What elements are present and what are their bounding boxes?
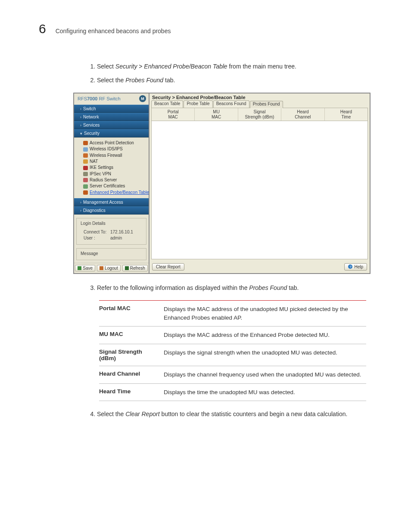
user-value: admin (110, 236, 122, 240)
tab-beacons-found[interactable]: Beacons Found (213, 100, 249, 108)
col-signal-strength[interactable]: SignalStrength (dBm) (238, 108, 281, 121)
tree-server-certificates[interactable]: Server Certificates (79, 183, 147, 189)
def-val: Displays the MAC address of the Enhanced… (164, 327, 366, 344)
table-row: Heard TimeDisplays the time the unadopte… (99, 383, 366, 401)
sidebar-item-network[interactable]: Network (74, 113, 149, 121)
tree-icon (83, 159, 88, 164)
refresh-button[interactable]: Refresh (122, 265, 148, 271)
def-key: Signal Strength (dBm) (99, 344, 164, 366)
def-val: Displays the time the unadopted MU was d… (164, 383, 366, 401)
main-panel: Security > Enhanced Probe/Beacon Table B… (149, 93, 370, 273)
def-key: Portal MAC (99, 301, 164, 327)
sidebar-item-diagnostics[interactable]: Diagnostics (74, 206, 149, 215)
tree-wireless-ids-ips[interactable]: Wireless IDS/IPS (79, 146, 147, 152)
user-label: User : (84, 236, 108, 240)
tree-icon (83, 184, 88, 189)
breadcrumb: Security > Enhanced Probe/Beacon Table (149, 93, 370, 100)
sidebar-item-security[interactable]: Security (74, 129, 149, 137)
tree-radius-server[interactable]: Radius Server (79, 177, 147, 183)
table-row: Signal Strength (dBm)Displays the signal… (99, 344, 366, 366)
motorola-logo-icon: M (139, 95, 146, 102)
tree-access-point-detection[interactable]: Access Point Detection (79, 140, 147, 146)
col-heard-channel[interactable]: HeardChannel (281, 108, 324, 121)
sidebar-item-services[interactable]: Services (74, 121, 149, 129)
col-heard-time[interactable]: HeardTime (325, 108, 367, 121)
tree-icon (83, 172, 88, 176)
tree-ipsec-vpn[interactable]: IPSec VPN (79, 171, 147, 177)
login-details-panel: Login Details Connect To:172.16.10.1 Use… (76, 218, 146, 245)
def-key: Heard Channel (99, 366, 164, 383)
tree-enhanced-probe-beacon[interactable]: Enhanced Probe/Beacon Table (79, 189, 147, 195)
tree-icon (83, 153, 88, 158)
grid-body-empty (152, 121, 367, 258)
login-legend: Login Details (79, 221, 107, 226)
connect-to-label: Connect To: (84, 230, 108, 234)
message-panel: Message (76, 248, 146, 260)
steps-list-b: Refer to the following information as di… (97, 283, 377, 293)
clear-report-button[interactable]: Clear Report (152, 263, 184, 271)
app-screenshot: RFS7000 RF Switch M Switch Network Servi… (73, 93, 371, 274)
def-val: Displays the MAC address of the unadopte… (164, 301, 366, 327)
tree-icon (83, 190, 88, 195)
definitions-table: Portal MACDisplays the MAC address of th… (99, 300, 366, 401)
logout-button[interactable]: Logout (97, 265, 121, 271)
help-button[interactable]: ? Help (344, 263, 367, 271)
tab-bar: Beacon Table Probe Table Beacons Found P… (149, 100, 370, 108)
product-name: RFS7000 RF Switch (78, 96, 121, 101)
main-bottom-bar: Clear Report ? Help (149, 261, 370, 273)
chapter-number: 6 (39, 22, 46, 36)
step-3: Refer to the following information as di… (97, 283, 377, 293)
save-icon (78, 266, 81, 270)
tree-wireless-firewall[interactable]: Wireless Firewall (79, 152, 147, 158)
col-mu-mac[interactable]: MUMAC (195, 108, 238, 121)
table-row: MU MACDisplays the MAC address of the En… (99, 327, 366, 344)
tree-icon (83, 166, 88, 170)
connect-to-value: 172.16.10.1 (110, 230, 133, 234)
table-row: Portal MACDisplays the MAC address of th… (99, 301, 366, 327)
tree-icon (83, 141, 88, 145)
data-grid: PortalMAC MUMAC SignalStrength (dBm) Hea… (151, 108, 368, 259)
page-header: 6 Configuring enhanced beacons and probe… (39, 22, 377, 36)
tree-icon (83, 147, 88, 152)
logout-icon (100, 266, 103, 270)
def-key: MU MAC (99, 327, 164, 344)
sidebar: RFS7000 RF Switch M Switch Network Servi… (74, 93, 149, 273)
step-2: Select the Probes Found tab. (97, 76, 377, 85)
security-tree: Access Point Detection Wireless IDS/IPS … (74, 137, 149, 198)
table-row: Heard ChannelDisplays the channel freque… (99, 366, 366, 383)
tab-probe-table[interactable]: Probe Table (184, 100, 212, 108)
product-header: RFS7000 RF Switch M (74, 93, 149, 105)
section-title: Configuring enhanced beacons and probes (56, 28, 171, 34)
steps-list-c: Select the Clear Report button to clear … (97, 410, 377, 419)
tree-nat[interactable]: NAT (79, 158, 147, 164)
def-val: Displays the signal strength when the un… (164, 344, 366, 366)
tree-icon (83, 178, 88, 182)
sidebar-item-switch[interactable]: Switch (74, 105, 149, 113)
steps-list: Select Security > Enhanced Probe/Beacon … (97, 62, 377, 85)
tree-ike-settings[interactable]: IKE Settings (79, 165, 147, 171)
save-button[interactable]: Save (75, 265, 95, 271)
def-val: Displays the channel frequency used when… (164, 366, 366, 383)
grid-header: PortalMAC MUMAC SignalStrength (dBm) Hea… (152, 108, 367, 121)
sidebar-item-management-access[interactable]: Management Access (74, 198, 149, 206)
help-icon: ? (348, 264, 352, 269)
step-4: Select the Clear Report button to clear … (97, 410, 377, 419)
sidebar-button-bar: Save Logout Refresh (74, 263, 149, 273)
message-legend: Message (79, 251, 100, 256)
tab-probes-found[interactable]: Probes Found (250, 101, 283, 108)
step-1: Select Security > Enhanced Probe/Beacon … (97, 62, 377, 72)
tab-beacon-table[interactable]: Beacon Table (151, 100, 183, 108)
def-key: Heard Time (99, 383, 164, 401)
refresh-icon (125, 266, 129, 270)
col-portal-mac[interactable]: PortalMAC (152, 108, 195, 121)
